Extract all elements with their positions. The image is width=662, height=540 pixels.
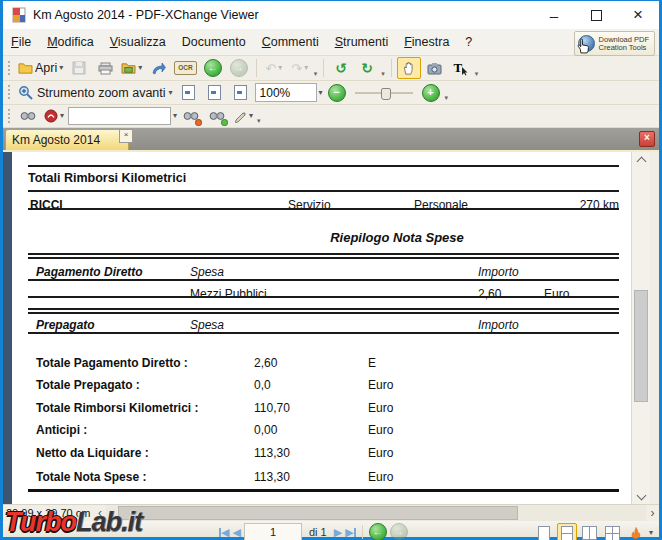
- undo-button[interactable]: ↶ ▾: [262, 57, 286, 79]
- toolbar-overflow[interactable]: ▾: [257, 117, 261, 125]
- menu-documento[interactable]: Documento: [174, 31, 254, 53]
- zoom-tool-button[interactable]: Strumento zoom avanti ▾: [16, 82, 175, 104]
- single-page-layout-button[interactable]: [534, 523, 554, 540]
- search-history-dropdown[interactable]: ▾: [173, 112, 177, 120]
- vertical-scroll-thumb[interactable]: [634, 290, 648, 402]
- section-title: Totali Rimborsi Kilometrici: [28, 171, 186, 185]
- previous-page-button[interactable]: ◀: [232, 527, 240, 538]
- menu-finestra[interactable]: Finestra: [396, 31, 457, 53]
- toolbar-overflow[interactable]: ▾: [475, 70, 479, 78]
- zoom-combo-dropdown[interactable]: ▾: [319, 89, 323, 97]
- search-input[interactable]: [68, 107, 171, 125]
- total-label: Totale Nota Spese :: [36, 470, 146, 484]
- horizontal-scroll-thumb[interactable]: [118, 506, 518, 520]
- page-count-label: di 1: [309, 526, 327, 538]
- continuous-layout-button[interactable]: [557, 523, 577, 540]
- direct-payment-col-amount: Importo: [478, 265, 519, 279]
- scroll-down-button[interactable]: [632, 489, 650, 504]
- chevron-down-icon: ▾: [249, 112, 253, 120]
- send-mail-button[interactable]: [146, 57, 170, 79]
- separator: [362, 525, 363, 539]
- search-options-button[interactable]: ▾: [42, 105, 66, 127]
- rule: [28, 296, 619, 298]
- redo-icon: ↷: [291, 62, 302, 75]
- snapshot-tool-button[interactable]: [423, 57, 447, 79]
- folder-open-icon: [18, 62, 33, 75]
- horizontal-scrollbar[interactable]: [106, 505, 646, 521]
- history-forward-button[interactable]: →: [390, 523, 408, 540]
- search-previous-button[interactable]: [179, 105, 203, 127]
- close-button[interactable]: ×: [617, 1, 659, 29]
- menu-file[interactable]: File: [3, 31, 39, 53]
- tab-close-button[interactable]: ×: [119, 129, 133, 143]
- tab-km-agosto-2014[interactable]: Km Agosto 2014 ×: [5, 129, 129, 150]
- scroll-right-button[interactable]: ›: [646, 506, 659, 520]
- continuous-facing-layout-button[interactable]: [603, 523, 623, 540]
- fit-width-button[interactable]: [177, 82, 201, 104]
- page-number-field[interactable]: 1: [244, 523, 302, 540]
- binoculars-icon: [20, 110, 36, 122]
- redo-button[interactable]: ↷ ▾: [288, 57, 312, 79]
- pen-icon: [233, 109, 247, 123]
- toolbar-overflow[interactable]: ▾: [381, 70, 385, 78]
- menu-help[interactable]: ?: [457, 31, 480, 53]
- pen-tool-button[interactable]: ▾: [231, 105, 255, 127]
- select-text-tool-button[interactable]: T: [449, 57, 473, 79]
- search-next-button[interactable]: [205, 105, 229, 127]
- export-button[interactable]: ▾: [119, 57, 144, 79]
- scroll-up-button[interactable]: [632, 152, 650, 167]
- last-page-button[interactable]: ▶: [345, 527, 355, 538]
- menu-strumenti[interactable]: Strumenti: [327, 31, 397, 53]
- magnifier-plus-icon: [18, 85, 34, 101]
- prepaid-title: Prepagato: [36, 318, 95, 332]
- zoom-level-combo[interactable]: 100%: [255, 83, 317, 102]
- zoom-in-button[interactable]: +: [419, 82, 443, 104]
- go-back-button[interactable]: ←: [201, 57, 225, 79]
- zoom-toolbar: Strumento zoom avanti ▾ 100% ▾ − + ▾: [3, 81, 659, 105]
- chevron-up-icon: [636, 156, 646, 166]
- menu-visualizza[interactable]: Visualizza: [102, 31, 174, 53]
- save-button[interactable]: [67, 57, 91, 79]
- zoom-slider-thumb[interactable]: [381, 88, 391, 100]
- close-document-button[interactable]: ×: [639, 131, 655, 147]
- facing-layout-button[interactable]: [580, 523, 600, 540]
- ocr-button[interactable]: OCR: [172, 57, 198, 79]
- chevron-down-icon: ▾: [59, 64, 63, 72]
- zoom-slider[interactable]: [355, 92, 413, 94]
- pdf-page[interactable]: Totali Rimborsi Kilometrici RICCI Serviz…: [12, 152, 631, 504]
- rotate-left-button[interactable]: ↺: [329, 57, 353, 79]
- first-page-button[interactable]: ◀: [219, 527, 229, 538]
- fit-visible-button[interactable]: [229, 82, 253, 104]
- next-page-button[interactable]: ▶: [334, 527, 342, 538]
- expense-currency: Euro: [544, 287, 569, 301]
- hand-tool-button[interactable]: [397, 57, 421, 79]
- toolbar-overflow[interactable]: ▾: [445, 94, 449, 102]
- fit-page-button[interactable]: [203, 82, 227, 104]
- menu-commenti[interactable]: Commenti: [254, 31, 327, 53]
- document-area: Totali Rimborsi Kilometrici RICCI Serviz…: [3, 152, 659, 504]
- find-button[interactable]: [16, 105, 40, 127]
- app-window: Km Agosto 2014 - PDF-XChange Viewer – × …: [0, 0, 662, 540]
- back-icon: ←: [373, 527, 383, 537]
- rotate-right-button[interactable]: ↻: [355, 57, 379, 79]
- history-back-button[interactable]: ←: [369, 523, 387, 540]
- menu-modifica[interactable]: Modifica: [39, 31, 102, 53]
- toolbar-grip[interactable]: [7, 60, 12, 77]
- app-icon: [11, 7, 27, 23]
- maximize-button[interactable]: [575, 1, 617, 29]
- zoom-tool-label: Strumento zoom avanti: [37, 86, 166, 100]
- forward-icon: →: [234, 63, 244, 73]
- highlight-tool-button[interactable]: [626, 523, 646, 540]
- layout-overflow-dropdown[interactable]: ▾: [649, 529, 653, 537]
- toolbar-overflow[interactable]: ▾: [314, 70, 318, 78]
- fit-visible-icon: [234, 85, 247, 100]
- minimize-button[interactable]: –: [533, 1, 575, 29]
- zoom-out-button[interactable]: −: [325, 82, 349, 104]
- print-button[interactable]: [93, 57, 117, 79]
- go-forward-button[interactable]: →: [227, 57, 251, 79]
- toolbar-grip[interactable]: [7, 84, 12, 100]
- open-button[interactable]: Apri ▾: [16, 57, 65, 79]
- vertical-scrollbar[interactable]: [631, 152, 650, 504]
- toolbar-grip[interactable]: [7, 108, 12, 123]
- download-pdf-tools-button[interactable]: Download PDF Creation Tools: [574, 31, 655, 56]
